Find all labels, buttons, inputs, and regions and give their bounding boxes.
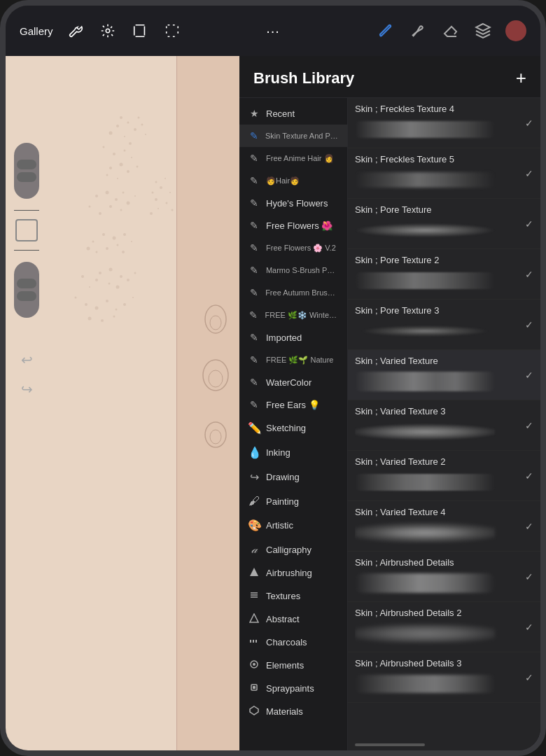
add-brush-btn[interactable]: + — [516, 67, 526, 89]
star-icon: ★ — [248, 108, 260, 119]
svg-point-0 — [116, 125, 119, 127]
category-item-marmo[interactable]: ✎ Marmo S-Brush Pack — [239, 259, 347, 281]
pen-icon: ✎ — [248, 265, 260, 276]
svg-point-65 — [155, 198, 158, 201]
brush-item-varied[interactable]: Skin ; Varied Texture ✓ — [348, 350, 540, 400]
svg-point-62 — [160, 186, 162, 189]
category-item-sketching[interactable]: ✏️ Sketching — [239, 416, 347, 440]
svg-point-32 — [113, 237, 116, 240]
svg-point-18 — [127, 170, 130, 173]
brush-item-varied2[interactable]: Skin ; Varied Texture 2 ✓ — [348, 451, 540, 501]
svg-point-12 — [124, 150, 126, 152]
brush-item-pore3[interactable]: Skin ; Pore Texture 3 ✓ — [348, 300, 540, 350]
category-label: Charcoals — [266, 637, 307, 648]
category-item-imported[interactable]: ✎ Imported — [239, 326, 347, 349]
brush-name: Skin ; Varied Texture 2 — [355, 456, 521, 467]
svg-point-3 — [124, 136, 125, 137]
category-item-textures[interactable]: Textures — [239, 584, 347, 608]
size-slider[interactable] — [14, 262, 39, 318]
category-item-charcoals[interactable]: Charcoals — [239, 631, 347, 654]
svg-point-51 — [85, 303, 88, 306]
category-item-elements[interactable]: Elements — [239, 654, 347, 677]
category-item-free-nature[interactable]: ✎ FREE 🌿🌱 Nature — [239, 349, 347, 371]
layers-btn[interactable] — [473, 21, 493, 41]
svg-point-20 — [95, 195, 98, 197]
brush-name: Skin ; Airbrushed Details — [355, 557, 521, 568]
pen-icon: ✎ — [248, 197, 260, 209]
pen-icon: ✎ — [248, 175, 260, 186]
category-item-inking[interactable]: 💧 Inking — [239, 440, 347, 465]
brush-item-varied3[interactable]: Skin ; Varied Texture 3 ✓ — [348, 400, 540, 451]
category-item-materials[interactable]: Materials — [239, 700, 347, 723]
category-item-hair[interactable]: ✎ 🧑Hair🧑 — [239, 169, 347, 192]
canvas-area: ↩ ↪ — [6, 56, 239, 750]
selection-icon[interactable] — [162, 21, 182, 41]
draw-icon: ↪ — [248, 470, 260, 484]
svg-point-54 — [115, 309, 118, 311]
more-options-btn[interactable]: ··· — [266, 23, 280, 39]
ipad-frame: ↩ ↪ Gallery — [0, 0, 546, 756]
char-icon — [248, 636, 260, 648]
category-item-free-flowers[interactable]: ✎ Free Flowers 🌺 — [239, 214, 347, 237]
category-item-drawing[interactable]: ↪ Drawing — [239, 465, 347, 489]
category-item-watercolor[interactable]: ✎ WaterColor — [239, 371, 347, 393]
svg-point-49 — [81, 275, 84, 278]
color-picker-btn[interactable] — [505, 20, 526, 41]
svg-point-76 — [106, 29, 110, 33]
category-label: Free Flowers 🌸 V.2 — [266, 244, 336, 253]
brush-item-airbrush3[interactable]: Skin ; Airbrushed Details 3 ✓ — [348, 652, 540, 703]
brush-item-freckles5[interactable]: Skin ; Freckles Texture 5 ✓ — [348, 148, 540, 199]
checkmark-icon: ✓ — [525, 672, 533, 683]
svg-point-61 — [164, 178, 166, 179]
gallery-button[interactable]: Gallery — [20, 25, 53, 37]
category-label: Painting — [266, 496, 299, 507]
category-item-free-winter[interactable]: ✎ FREE 🌿❄️ Winter N... — [239, 304, 347, 326]
category-item-anime-hair[interactable]: ✎ Free Anime Hair 👩 — [239, 147, 347, 169]
adjust-icon[interactable] — [98, 21, 118, 41]
svg-marker-77 — [250, 568, 258, 576]
brush-name: Skin ; Airbrushed Details 3 — [355, 658, 521, 668]
smudge-tool-btn[interactable] — [409, 21, 428, 41]
brush-item-airbrush2[interactable]: Skin ; Airbrushed Details 2 ✓ — [348, 602, 540, 652]
category-item-spraypaints[interactable]: Spraypaints — [239, 677, 347, 700]
brush-list: Skin ; Freckles Texture 4 ✓ Skin ; Freck… — [348, 98, 540, 750]
opacity-slider[interactable] — [14, 143, 39, 199]
category-item-airbrushing[interactable]: Airbrushing — [239, 561, 347, 584]
pen-icon: ✎ — [248, 153, 260, 164]
eraser-tool-btn[interactable] — [441, 21, 461, 41]
category-item-artistic[interactable]: 🎨 Artistic — [239, 513, 347, 538]
category-item-calligraphy[interactable]: 𝒶 Calligraphy — [239, 538, 347, 561]
redo-btn[interactable]: ↪ — [14, 377, 39, 402]
category-label: Sketching — [266, 423, 306, 433]
category-item-abstract[interactable]: Abstract — [239, 608, 347, 631]
undo-btn[interactable]: ↩ — [14, 347, 39, 372]
category-item-painting[interactable]: 🖌 Painting — [239, 489, 347, 513]
svg-point-30 — [102, 233, 105, 236]
category-item-hydes-flowers[interactable]: ✎ Hyde's Flowers — [239, 192, 347, 214]
brush-item-pore2[interactable]: Skin ; Pore Texture 2 ✓ — [348, 249, 540, 300]
square-tool-btn[interactable] — [15, 219, 38, 241]
category-item-free-autumn[interactable]: ✎ Free Autumn Brushe... — [239, 281, 347, 304]
transform-icon[interactable] — [130, 21, 150, 41]
brush-tool-btn[interactable] — [377, 21, 396, 41]
wrench-icon[interactable] — [66, 21, 85, 41]
checkmark-icon: ✓ — [525, 269, 533, 280]
paint-icon: 🖌 — [248, 495, 260, 507]
pen-icon: ✎ — [248, 332, 260, 343]
brush-item-freckles4[interactable]: Skin ; Freckles Texture 4 ✓ — [348, 98, 540, 148]
art-icon: 🎨 — [248, 519, 260, 532]
category-item-recent[interactable]: ★ Recent — [239, 102, 347, 125]
tex-icon — [248, 590, 260, 602]
checkmark-icon: ✓ — [525, 118, 533, 129]
brush-item-pore[interactable]: Skin ; Pore Texture ✓ — [348, 199, 540, 249]
category-label: Free Anime Hair 👩 — [266, 154, 334, 163]
svg-point-5 — [109, 132, 113, 135]
category-label: Recent — [266, 108, 295, 119]
brush-item-varied4[interactable]: Skin ; Varied Texture 4 ✓ — [348, 501, 540, 552]
category-item-free-ears[interactable]: ✎ Free Ears 💡 — [239, 393, 347, 416]
category-item-skin-texture[interactable]: ✎ Skin Texture And Por... — [239, 125, 347, 147]
category-label: Imported — [266, 332, 302, 343]
svg-point-86 — [253, 663, 255, 666]
brush-item-airbrush[interactable]: Skin ; Airbrushed Details ✓ — [348, 552, 540, 602]
category-item-free-flowers2[interactable]: ✎ Free Flowers 🌸 V.2 — [239, 237, 347, 259]
